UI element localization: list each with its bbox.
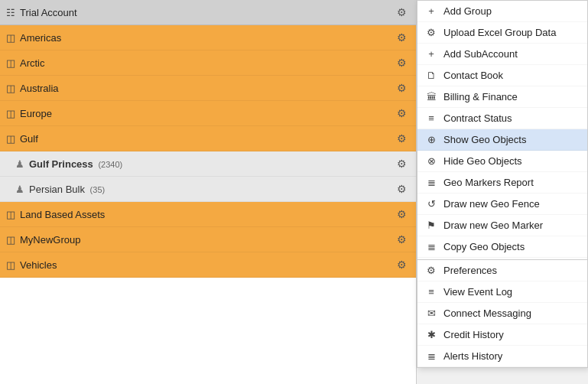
draw-geo-fence-label: Draw new Geo Fence [443,198,540,210]
menu-item-draw-geo-marker[interactable]: ⚑Draw new Geo Marker [417,215,587,236]
land-based-label: Land Based Assets [20,209,105,220]
sidebar-header-label: Trial Account [20,7,77,18]
vehicles-gear-icon[interactable]: ⚙ [394,257,410,272]
arctic-gear-icon[interactable]: ⚙ [394,55,410,70]
mynewgroup-folder-icon: ◫ [6,234,15,246]
sidebar-item-vehicles[interactable]: ◫ Vehicles ⚙ [0,252,416,278]
show-geo-objects-icon: ⊕ [425,134,437,145]
persian-bulk-person-icon: ♟ [15,184,24,195]
add-group-icon: + [425,5,437,17]
persian-bulk-left: ♟ Persian Bulk (35) [15,184,394,195]
geo-markers-report-icon: ≣ [425,177,437,188]
menu-item-hide-geo-objects[interactable]: ⊗Hide Geo Objects [417,151,587,172]
persian-bulk-gear-icon[interactable]: ⚙ [394,181,410,197]
persian-bulk-count: (35) [90,185,106,194]
menu-item-preferences[interactable]: ⚙Preferences [417,259,587,281]
menu-item-draw-geo-fence[interactable]: ↺Draw new Geo Fence [417,194,587,215]
billing-finance-label: Billing & Finance [443,91,518,103]
contact-book-label: Contact Book [443,70,503,81]
persian-bulk-name: Persian Bulk [29,184,85,195]
hide-geo-objects-label: Hide Geo Objects [443,155,522,167]
land-based-folder-icon: ◫ [6,209,15,220]
menu-item-contract-status[interactable]: ≡Contract Status [417,108,587,129]
menu-item-credit-history[interactable]: ✱Credit History [417,324,587,346]
gulf-label: Gulf [20,133,38,145]
europe-left: ◫ Europe [6,108,394,119]
view-event-log-label: View Event Log [443,286,512,298]
show-geo-objects-label: Show Geo Objects [443,134,526,145]
americas-left: ◫ Americas [6,32,394,44]
preferences-icon: ⚙ [425,265,437,276]
connect-messaging-label: Connect Messaging [443,308,531,319]
gulf-left: ◫ Gulf [6,133,394,145]
sidebar-item-europe[interactable]: ◫ Europe ⚙ [0,101,416,126]
australia-folder-icon: ◫ [6,83,15,94]
mynewgroup-left: ◫ MyNewGroup [6,234,394,246]
sidebar-item-gulf-princess[interactable]: ♟ Gulf Princess (2340) ⚙ [0,151,416,177]
persian-bulk-label: Persian Bulk (35) [29,184,105,195]
menu-item-geo-markers-report[interactable]: ≣Geo Markers Report [417,172,587,194]
gulf-gear-icon[interactable]: ⚙ [394,131,410,146]
americas-gear-icon[interactable]: ⚙ [394,30,410,45]
copy-geo-objects-icon: ≣ [425,241,437,252]
sidebar-item-persian-bulk[interactable]: ♟ Persian Bulk (35) ⚙ [0,177,416,202]
menu-item-contact-book[interactable]: 🗋Contact Book [417,65,587,86]
europe-gear-icon[interactable]: ⚙ [394,106,410,121]
menu-item-connect-messaging[interactable]: ✉Connect Messaging [417,303,587,324]
sidebar-header[interactable]: ☷ Trial Account ⚙ [0,0,416,25]
connect-messaging-icon: ✉ [425,308,437,319]
alerts-history-label: Alerts History [443,350,502,362]
arctic-left: ◫ Arctic [6,57,394,69]
land-based-gear-icon[interactable]: ⚙ [394,207,410,222]
view-event-log-icon: ≡ [425,286,437,298]
vehicles-folder-icon: ◫ [6,259,15,271]
australia-left: ◫ Australia [6,83,394,94]
vehicles-left: ◫ Vehicles [6,259,394,271]
gulf-folder-icon: ◫ [6,133,15,145]
sidebar-item-americas[interactable]: ◫ Americas ⚙ [0,25,416,50]
draw-geo-marker-label: Draw new Geo Marker [443,220,543,231]
sidebar-item-australia[interactable]: ◫ Australia ⚙ [0,76,416,101]
sidebar: ☷ Trial Account ⚙ ◫ Americas ⚙ ◫ Arctic … [0,0,417,384]
menu-item-billing-finance[interactable]: 🏛Billing & Finance [417,86,587,108]
americas-label: Americas [20,32,61,44]
australia-gear-icon[interactable]: ⚙ [394,80,410,96]
billing-finance-icon: 🏛 [425,91,437,103]
sidebar-item-gulf[interactable]: ◫ Gulf ⚙ [0,126,416,151]
mynewgroup-gear-icon[interactable]: ⚙ [394,232,410,247]
menu-item-view-event-log[interactable]: ≡View Event Log [417,281,587,303]
alerts-history-icon: ≣ [425,350,437,362]
header-gear-icon[interactable]: ⚙ [394,5,410,20]
gulf-princess-gear-icon[interactable]: ⚙ [394,156,410,171]
land-based-left: ◫ Land Based Assets [6,209,394,220]
vehicles-label: Vehicles [20,259,57,271]
gulf-princess-person-icon: ♟ [15,158,24,170]
upload-excel-icon: ⚙ [425,27,437,38]
geo-markers-report-label: Geo Markers Report [443,177,534,188]
gulf-princess-left: ♟ Gulf Princess (2340) [15,158,394,170]
list-icon: ☷ [6,7,15,18]
arctic-label: Arctic [20,57,45,69]
credit-history-label: Credit History [443,329,504,340]
sidebar-item-land-based[interactable]: ◫ Land Based Assets ⚙ [0,202,416,227]
preferences-label: Preferences [443,265,497,276]
menu-item-show-geo-objects[interactable]: ⊕Show Geo Objects [417,129,587,151]
arctic-folder-icon: ◫ [6,57,15,69]
menu-item-upload-excel[interactable]: ⚙Upload Excel Group Data [417,22,587,44]
contact-book-icon: 🗋 [425,70,437,81]
add-group-label: Add Group [443,5,492,17]
draw-geo-fence-icon: ↺ [425,198,437,210]
credit-history-icon: ✱ [425,329,437,340]
sidebar-item-mynewgroup[interactable]: ◫ MyNewGroup ⚙ [0,227,416,252]
menu-item-add-group[interactable]: +Add Group [417,1,587,22]
menu-item-add-subaccount[interactable]: +Add SubAccount [417,44,587,65]
europe-folder-icon: ◫ [6,108,15,119]
gulf-princess-name: Gulf Princess [29,158,93,170]
add-subaccount-icon: + [425,48,437,60]
contract-status-icon: ≡ [425,112,437,124]
copy-geo-objects-label: Copy Geo Objects [443,241,525,252]
menu-item-copy-geo-objects[interactable]: ≣Copy Geo Objects [417,236,587,258]
sidebar-item-arctic[interactable]: ◫ Arctic ⚙ [0,50,416,76]
menu-item-alerts-history[interactable]: ≣Alerts History [417,346,587,367]
draw-geo-marker-icon: ⚑ [425,220,437,231]
